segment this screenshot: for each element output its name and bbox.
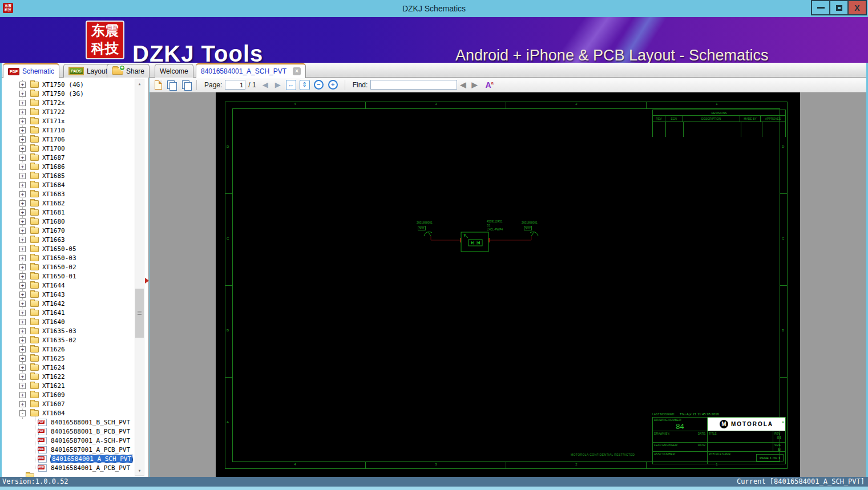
expand-icon[interactable]: + [19,392,26,398]
fit-page-button[interactable]: ⇕ [300,80,310,90]
expand-icon[interactable]: + [19,264,26,270]
tab-share[interactable]: + Share [107,64,150,78]
tab-document[interactable]: 84016584001_A_SCH_PVT × [196,63,306,78]
tree-file-item[interactable]: PDF84016584001_A_SCH_PVT [2,454,134,463]
tree-file-item[interactable]: PDF84016588001_B_PCB_PVT [2,427,134,436]
tree-folder-item[interactable]: +XT1624 [2,363,134,372]
tree-folder-item[interactable]: +XT1642 [2,299,134,308]
expand-icon[interactable]: + [19,200,26,206]
expand-icon[interactable]: + [19,127,26,133]
expand-icon[interactable]: + [19,255,26,261]
expand-icon[interactable]: + [19,164,26,170]
find-prev-button[interactable]: ◀ [460,80,466,89]
minimize-button[interactable] [811,0,830,15]
tree-folder-item[interactable]: +XT171x [2,116,134,125]
tree-folder-item[interactable]: +XT1706 [2,135,134,144]
maximize-button[interactable] [829,0,849,15]
expand-icon[interactable]: + [19,82,26,88]
tree-folder-item[interactable]: +XT172x [2,98,134,107]
tree-file-item[interactable]: PDF84016587001_A_PCB_PVT [2,445,134,454]
expand-icon[interactable]: + [19,319,26,325]
tree-folder-item[interactable]: +XT1644 [2,281,134,290]
tab-schematic[interactable]: PDF Schematic [3,63,59,78]
tree-folder-item[interactable]: +XT1650-05 [2,244,134,253]
expand-icon[interactable]: + [19,273,26,280]
tree-file-item[interactable]: PDF84016584001_A_PCB_PVT [2,463,134,472]
expand-icon[interactable]: + [19,401,26,407]
tree-folder-item[interactable]: +XT1686 [2,162,134,171]
tree-folder-item[interactable]: +XT1685 [2,171,134,180]
copy-page-icon[interactable] [167,80,177,90]
export-page-icon[interactable] [182,80,192,90]
tree-folder-item[interactable]: +XT1607 [2,399,134,408]
expand-icon[interactable]: + [19,228,26,234]
tree-folder-item[interactable]: +XT1681 [2,208,134,217]
scroll-up-button[interactable]: ▲ [135,79,144,88]
expand-icon[interactable]: + [19,145,26,152]
tree-folder-item[interactable]: +XT1643 [2,290,134,299]
expand-icon[interactable]: + [19,346,26,353]
expand-icon[interactable]: + [19,136,26,143]
tree-folder-item[interactable]: +XT1682 [2,199,134,208]
expand-icon[interactable]: + [19,374,26,380]
tree-folder-item[interactable]: +XT1683 [2,189,134,199]
tree-folder-item[interactable]: +XT1635-03 [2,326,134,335]
expand-icon[interactable]: + [19,328,26,334]
tree-folder-item[interactable]: +XT1680 [2,217,134,226]
collapse-icon[interactable]: - [19,410,26,416]
expand-icon[interactable]: + [19,100,26,106]
zoom-in-button[interactable]: + [328,80,338,90]
tree-folder-item[interactable]: +XT1622 [2,372,134,381]
expand-icon[interactable]: + [19,91,26,97]
tree-folder-item[interactable]: +XT1710 [2,125,134,135]
tree-folder-item[interactable]: +XT1635-02 [2,335,134,345]
tree-folder-item[interactable]: +XT1625 [2,354,134,363]
tree-folder-item[interactable]: +XT1663 [2,235,134,244]
tree-folder-item[interactable]: +XT1621 [2,381,134,390]
expand-icon[interactable]: + [19,310,26,316]
expand-icon[interactable]: + [19,337,26,343]
schematic-viewer[interactable]: REVISIONS REVECNDESCRIPTIONMADE BYAPPROV… [150,92,866,477]
snapshot-page-icon[interactable] [155,80,162,90]
expand-icon[interactable]: + [19,301,26,307]
expand-icon[interactable]: + [19,365,26,371]
tree-folder-item[interactable]: +XT1640 [2,317,134,326]
sidebar-scrollbar[interactable]: ▲ ▼ [135,79,144,476]
tree-folder-item[interactable]: +XT1670 [2,226,134,235]
tree-folder-item[interactable]: +XT1750 (4G) [2,80,134,89]
expand-icon[interactable]: + [19,282,26,289]
tree-folder-item[interactable]: +XT1722 [2,107,134,116]
expand-icon[interactable]: + [19,246,26,252]
tree-file-item[interactable]: PDF84016588001_B_SCH_PVT [2,418,134,427]
prev-page-button[interactable]: ◀ [263,80,268,89]
tree-folder-item[interactable]: +XT1650-03 [2,253,134,262]
tab-welcome[interactable]: Welcome [155,64,193,78]
expand-icon[interactable]: + [19,209,26,216]
close-button[interactable]: X [847,0,867,15]
tree-folder-item[interactable]: +XT1750 (3G) [2,89,134,98]
tree-folder-item[interactable]: +XT1609 [2,390,134,399]
expand-icon[interactable]: + [19,355,26,362]
tree-folder-item[interactable]: +XT1650-02 [2,262,134,272]
expand-icon[interactable]: + [19,191,26,197]
expand-icon[interactable]: + [19,218,26,225]
tree-folder-item[interactable]: +XT1684 [2,180,134,189]
tab-layout[interactable]: PADS Layout [63,64,112,78]
expand-icon[interactable]: + [19,291,26,298]
find-next-button[interactable]: ▶ [471,80,477,89]
tree-folder-item[interactable]: -XT1604 [2,408,134,418]
text-size-button[interactable]: Aa [485,80,494,90]
expand-icon[interactable]: + [19,118,26,124]
scroll-down-button[interactable]: ▼ [135,466,144,475]
expand-icon[interactable]: + [19,155,26,161]
expand-icon[interactable]: + [19,173,26,179]
tree-folder-item[interactable]: +XT1626 [2,345,134,354]
tree-folder-item[interactable]: +XT1641 [2,308,134,317]
scrollbar-thumb[interactable] [135,289,144,338]
expand-icon[interactable]: + [19,383,26,389]
zoom-out-button[interactable]: − [314,80,324,90]
tab-close-icon[interactable]: × [293,67,301,75]
tree-folder-item[interactable]: +XT1687 [2,153,134,162]
expand-icon[interactable]: + [19,109,26,115]
tree-folder-item[interactable]: +XT1650-01 [2,272,134,281]
